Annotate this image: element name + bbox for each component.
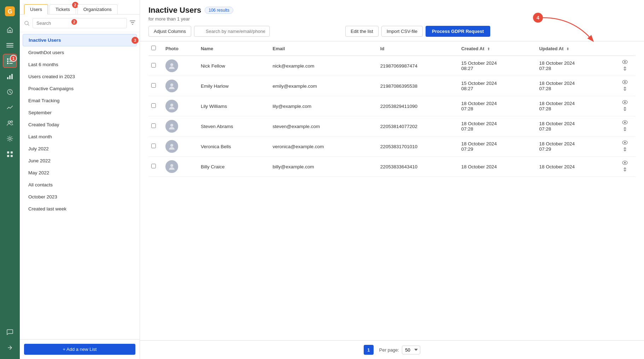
nav-expand-icon[interactable] xyxy=(3,341,17,355)
cell-id: 22053814077202 xyxy=(377,116,458,137)
nav-chat-icon[interactable] xyxy=(3,325,17,339)
select-all-checkbox[interactable] xyxy=(151,46,156,50)
sidebar-item-growthdot-users[interactable]: GrowthDot users xyxy=(23,47,137,58)
nav-clock-icon[interactable] xyxy=(3,85,17,99)
avatar xyxy=(165,59,178,72)
sidebar-item-inactive-users[interactable]: Inactive Users 3 xyxy=(23,34,137,46)
main-header: Inactive Users 106 results for more than… xyxy=(140,0,644,41)
col-email: Email xyxy=(270,41,377,56)
nav-chart-icon[interactable] xyxy=(3,69,17,83)
svg-point-27 xyxy=(170,83,173,86)
nav-users-icon[interactable] xyxy=(3,116,17,130)
svg-rect-7 xyxy=(7,60,8,62)
tab-tickets[interactable]: Tickets 2 xyxy=(49,4,76,14)
process-gdpr-button[interactable]: Process GDPR Request xyxy=(426,26,490,37)
sidebar-item-july-2022[interactable]: July 2022 xyxy=(23,143,137,155)
cell-created-at: 18 October 2024 07:28 xyxy=(458,116,537,137)
svg-rect-11 xyxy=(7,77,8,79)
avatar xyxy=(165,140,178,153)
cell-created-at: 15 October 2024 08:27 xyxy=(458,56,537,76)
view-icon[interactable] xyxy=(622,60,628,65)
tab-organizations[interactable]: Organizations xyxy=(77,4,118,14)
per-page-select[interactable]: 25 50 100 xyxy=(402,346,420,354)
col-created-at[interactable]: Created At ⬆ xyxy=(458,41,537,56)
sidebar-item-october-2023[interactable]: October 2023 xyxy=(23,191,137,203)
expand-icon[interactable] xyxy=(623,66,627,72)
nav-grid-icon[interactable] xyxy=(3,147,17,161)
per-page-label: Per page: xyxy=(379,347,399,353)
sidebar-item-last-6-months[interactable]: Last 6 months xyxy=(23,59,137,70)
edit-list-button[interactable]: Edit the list xyxy=(345,26,379,37)
toolbar-search-wrapper xyxy=(194,26,343,37)
import-csv-button[interactable]: Import CSV-file xyxy=(381,26,423,37)
row-actions xyxy=(617,60,633,72)
filter-icon[interactable] xyxy=(130,20,135,27)
nav-analytics-icon[interactable] xyxy=(3,100,17,115)
view-icon[interactable] xyxy=(622,161,628,166)
row-checkbox[interactable] xyxy=(151,63,156,68)
sidebar-search-icon xyxy=(24,21,30,26)
sidebar: Users Tickets 2 Organizations Inactive U… xyxy=(20,0,140,359)
svg-rect-20 xyxy=(7,155,9,157)
sidebar-search-input[interactable] xyxy=(33,18,127,28)
toolbar: Adjust Columns Edit the list Import CSV-… xyxy=(148,26,636,37)
sidebar-item-september[interactable]: September xyxy=(23,107,137,118)
nav-list-icon[interactable] xyxy=(3,54,17,68)
cell-name: Veronica Bells xyxy=(198,137,270,157)
sidebar-item-all-contacts[interactable]: All contacts xyxy=(23,179,137,191)
svg-point-38 xyxy=(624,142,626,144)
current-page: 1 xyxy=(364,345,374,355)
sidebar-item-last-month[interactable]: Last month xyxy=(23,131,137,143)
row-checkbox[interactable] xyxy=(151,83,156,88)
row-checkbox[interactable] xyxy=(151,103,156,108)
row-actions xyxy=(617,100,633,112)
expand-icon[interactable] xyxy=(623,167,627,173)
sidebar-item-users-created-2023[interactable]: Users created in 2023 xyxy=(23,71,137,82)
logo-icon[interactable]: G xyxy=(3,4,17,18)
cell-created-at: 18 October 2024 xyxy=(458,157,537,177)
view-icon[interactable] xyxy=(622,100,628,105)
tab-users[interactable]: Users xyxy=(24,4,48,15)
svg-point-41 xyxy=(624,162,626,164)
svg-rect-12 xyxy=(9,75,11,79)
svg-point-36 xyxy=(170,144,173,147)
svg-rect-18 xyxy=(7,151,9,154)
sidebar-item-may-2022[interactable]: May 2022 xyxy=(23,167,137,179)
col-id: Id xyxy=(377,41,458,56)
sidebar-item-email-tracking[interactable]: Email Tracking xyxy=(23,95,137,106)
row-checkbox[interactable] xyxy=(151,123,156,128)
toolbar-search-input[interactable] xyxy=(194,26,270,37)
sidebar-item-proactive-campaigns[interactable]: Proactive Campaigns xyxy=(23,83,137,94)
nav-home-icon[interactable] xyxy=(3,23,17,37)
table-row: Nick Fellow nick@example.com 21987069987… xyxy=(148,56,636,76)
row-checkbox[interactable] xyxy=(151,164,156,168)
view-icon[interactable] xyxy=(622,120,628,125)
sidebar-item-created-today[interactable]: Created Today xyxy=(23,119,137,131)
expand-icon[interactable] xyxy=(623,106,627,112)
col-updated-at[interactable]: Updated At ⬍ xyxy=(536,41,614,56)
row-checkbox[interactable] xyxy=(151,144,156,148)
svg-rect-10 xyxy=(9,63,13,64)
view-icon[interactable] xyxy=(622,140,628,145)
svg-point-24 xyxy=(170,63,173,66)
nav-menu-icon[interactable] xyxy=(3,38,17,52)
view-icon[interactable] xyxy=(622,80,628,85)
row-actions xyxy=(617,161,633,173)
cell-email: veronica@example.com xyxy=(270,137,377,157)
results-badge: 106 results xyxy=(205,7,233,14)
sidebar-item-created-last-week[interactable]: Created last week xyxy=(23,203,137,215)
expand-icon[interactable] xyxy=(623,147,627,152)
sidebar-item-june-2022[interactable]: June 2022 xyxy=(23,155,137,167)
pagination: 1 Per page: 25 50 100 xyxy=(140,340,644,359)
add-new-list-button[interactable]: + Add a new List xyxy=(24,344,135,355)
expand-icon[interactable] xyxy=(623,86,627,92)
cell-email: emily@example.com xyxy=(270,76,377,96)
nav-settings-icon[interactable] xyxy=(3,132,17,146)
svg-point-30 xyxy=(170,104,173,106)
table-wrapper: Photo Name Email Id Created At ⬆ Updated… xyxy=(140,41,644,340)
sidebar-list: Inactive Users 3 GrowthDot users Last 6 … xyxy=(20,32,140,339)
adjust-columns-button[interactable]: Adjust Columns xyxy=(148,26,191,37)
avatar xyxy=(165,100,178,112)
cell-created-at: 18 October 2024 07:28 xyxy=(458,96,537,116)
expand-icon[interactable] xyxy=(623,127,627,132)
